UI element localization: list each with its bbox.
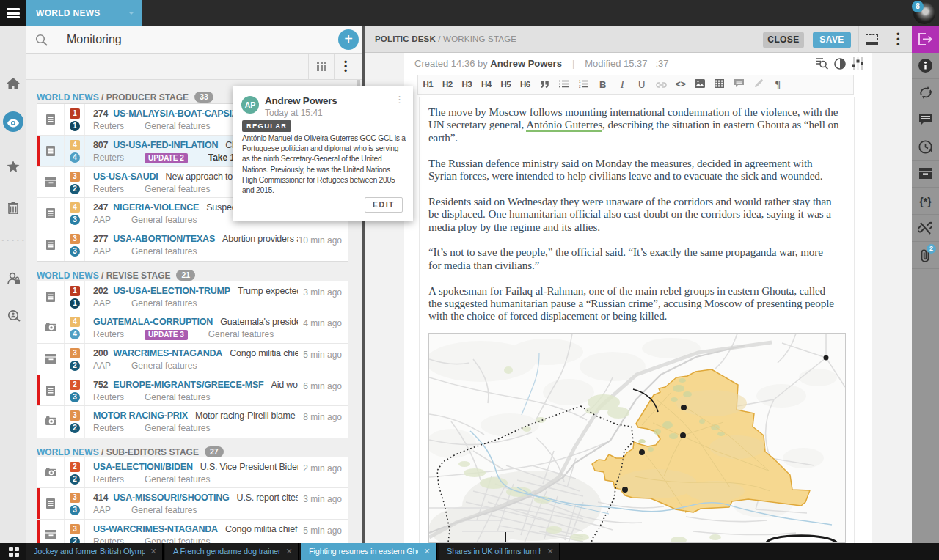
svg-text:1: 1 (579, 80, 581, 84)
svg-text:2: 2 (579, 85, 581, 88)
